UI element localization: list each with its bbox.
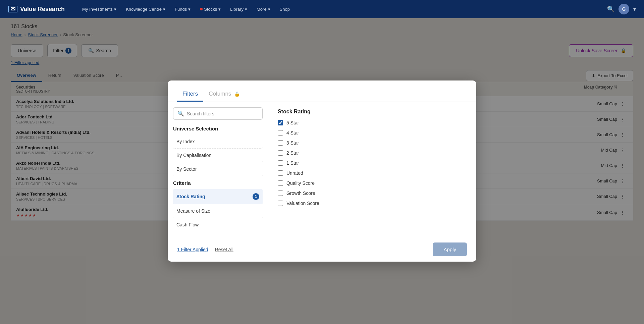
modal-right-panel: Stock Rating 5 Star 4 Star 3 Star 2 Star… [268,102,476,237]
modal-footer: 1 Filter Applied Reset All Apply [168,237,476,262]
checkbox-2-star[interactable] [278,150,283,156]
apply-button[interactable]: Apply [433,242,467,256]
filter-item-by-sector[interactable]: By Sector [173,162,263,176]
nav-knowledge-centre[interactable]: Knowledge Centre ▾ [122,4,169,14]
tab-filters[interactable]: Filters [177,87,203,102]
search-icon[interactable]: 🔍 [607,5,614,13]
stock-rating-title: Stock Rating [278,109,467,115]
criteria-section-title: Criteria [173,180,263,186]
filter-item-measure-of-size[interactable]: Measure of Size [173,204,263,218]
checkbox-row: Growth Score [278,191,467,196]
filter-applied-footer-link[interactable]: 1 Filter Applied [177,247,208,252]
checkbox-label: 3 Star [286,140,299,146]
checkbox-quality-score[interactable] [278,180,283,186]
checkbox-row: 1 Star [278,160,467,166]
stocks-dot-icon [200,8,203,10]
nav-links: My Investments ▾ Knowledge Centre ▾ Fund… [78,4,607,14]
checkbox-growth-score[interactable] [278,191,283,196]
checkboxes-container: 5 Star 4 Star 3 Star 2 Star 1 Star Unrat… [278,120,467,206]
checkbox-row: 3 Star [278,140,467,146]
columns-lock-icon: 🔒 [234,91,240,97]
filter-item-by-index[interactable]: By Index [173,135,263,149]
user-avatar[interactable]: G [619,4,629,14]
checkbox-row: Unrated [278,170,467,176]
logo[interactable]: ✉ Value Research [8,6,65,13]
checkbox-label: Quality Score [286,180,315,186]
chevron-down-icon: ▾ [268,7,270,12]
top-navigation: ✉ Value Research My Investments ▾ Knowle… [0,0,644,18]
filter-search-input[interactable] [187,111,258,116]
checkbox-label: 4 Star [286,130,299,136]
modal-tabs: Filters Columns 🔒 [168,80,476,102]
checkbox-label: Unrated [286,170,303,176]
filter-item-stock-rating[interactable]: Stock Rating 1 [173,189,263,204]
chevron-down-icon: ▾ [218,7,221,12]
checkbox-4-star[interactable] [278,130,283,136]
footer-links: 1 Filter Applied Reset All [177,247,233,252]
stock-rating-badge: 1 [253,193,259,200]
checkbox-5-star[interactable] [278,120,283,125]
filter-modal: ✕ Filters Columns 🔒 🔍 [168,80,476,262]
chevron-down-icon: ▾ [114,7,116,12]
nav-more[interactable]: More ▾ [253,4,274,14]
filter-item-cash-flow[interactable]: Cash Flow [173,218,263,231]
checkbox-label: 1 Star [286,160,299,166]
reset-all-button[interactable]: Reset All [215,247,233,252]
checkbox-label: 5 Star [286,120,299,125]
checkbox-1-star[interactable] [278,160,283,166]
logo-text: Value Research [20,6,65,13]
nav-funds[interactable]: Funds ▾ [171,4,195,14]
nav-shop[interactable]: Shop [276,4,294,14]
chevron-down-icon: ▾ [245,7,247,12]
chevron-down-icon: ▾ [163,7,165,12]
checkbox-label: Growth Score [286,191,315,196]
checkbox-unrated[interactable] [278,170,283,176]
nav-right-controls: 🔍 G ▾ [607,4,636,14]
page-background: 161 Stocks Home › Stock Screener › Stock… [0,18,644,324]
nav-stocks[interactable]: Stocks ▾ [196,4,225,14]
filter-search-box[interactable]: 🔍 [173,107,263,120]
universe-section-title: Universe Selection [173,126,263,131]
modal-body: 🔍 Universe Selection By Index By Capital… [168,102,476,237]
checkbox-row: Quality Score [278,180,467,186]
checkbox-row: 2 Star [278,150,467,156]
tab-columns[interactable]: Columns 🔒 [203,87,245,102]
modal-left-panel: 🔍 Universe Selection By Index By Capital… [168,102,268,237]
nav-my-investments[interactable]: My Investments ▾ [78,4,120,14]
search-icon: 🔍 [177,110,184,117]
checkbox-label: Valuation Score [286,201,319,206]
user-dropdown-chevron[interactable]: ▾ [633,6,636,12]
logo-icon: ✉ [8,6,17,12]
modal-overlay[interactable]: ✕ Filters Columns 🔒 🔍 [0,18,644,324]
nav-library[interactable]: Library ▾ [226,4,251,14]
checkbox-label: 2 Star [286,150,299,156]
checkbox-row: 4 Star [278,130,467,136]
filter-item-by-capitalisation[interactable]: By Capitalisation [173,149,263,162]
checkbox-3-star[interactable] [278,140,283,146]
checkbox-row: Valuation Score [278,201,467,206]
chevron-down-icon: ▾ [188,7,191,12]
checkbox-valuation-score[interactable] [278,201,283,206]
checkbox-row: 5 Star [278,120,467,125]
